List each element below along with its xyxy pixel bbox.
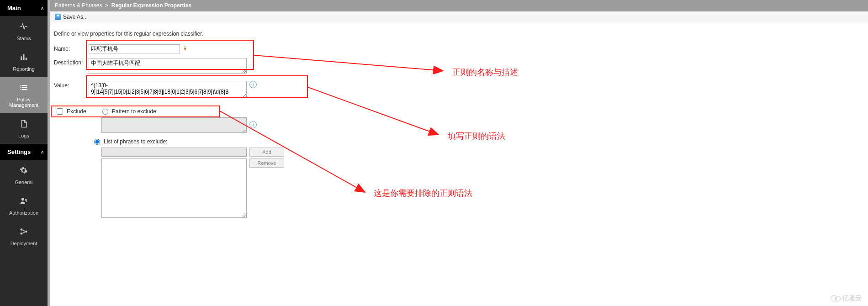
sidebar-item-label: Policy Management: [9, 97, 38, 108]
save-as-button[interactable]: Save As...: [53, 13, 90, 21]
sidebar-item-label: Status: [16, 36, 31, 41]
watermark-text: 亿速云: [842, 294, 862, 302]
watermark: 亿速云: [831, 294, 862, 302]
sidebar-item-authorization[interactable]: Authorization: [0, 190, 48, 221]
name-input[interactable]: [89, 44, 180, 53]
sidebar-main-label: Main: [7, 5, 21, 11]
chevron-up-icon: ∧: [41, 149, 44, 154]
toolbar: Save As...: [50, 11, 868, 23]
phrases-exclude-label: List of phrases to exclude:: [104, 138, 167, 145]
document-icon: [2, 120, 46, 130]
svg-rect-3: [21, 85, 21, 86]
annotation-text-1: 正则的名称与描述: [452, 67, 518, 78]
list-icon: [2, 84, 46, 94]
sidebar-item-label: Authorization: [9, 210, 38, 216]
name-label: Name:: [54, 44, 89, 52]
phrase-input: [101, 148, 247, 157]
info-icon[interactable]: i: [249, 121, 257, 128]
sidebar-settings-label: Settings: [7, 148, 31, 155]
breadcrumb-parent[interactable]: Patterns & Phrases: [55, 2, 102, 9]
sidebar-main-header[interactable]: Main ∧: [0, 0, 48, 16]
description-label: Description:: [54, 58, 89, 66]
person-key-icon: [2, 197, 46, 207]
value-label: Value:: [54, 81, 89, 89]
description-input[interactable]: [89, 58, 247, 74]
bar-chart-icon: [2, 53, 46, 63]
sidebar-item-label: General: [15, 179, 32, 185]
sidebar-settings-header[interactable]: Settings ∧: [0, 144, 48, 160]
phrases-exclude-radio[interactable]: [94, 139, 100, 145]
pattern-exclude-input: [101, 117, 247, 133]
sidebar-item-reporting[interactable]: Reporting: [0, 47, 48, 77]
cloud-icon: [831, 295, 841, 301]
info-icon[interactable]: i: [249, 81, 257, 88]
value-input[interactable]: [89, 81, 247, 98]
breadcrumb-sep: >: [105, 2, 108, 9]
deploy-icon: [2, 227, 46, 238]
svg-point-13: [25, 231, 27, 233]
svg-point-9: [21, 198, 24, 200]
svg-point-12: [21, 232, 23, 235]
sidebar-item-label: Reporting: [13, 66, 35, 72]
svg-rect-4: [22, 85, 27, 86]
svg-point-10: [25, 199, 26, 200]
pattern-exclude-label: Pattern to exclude:: [112, 108, 158, 115]
phrase-list: [101, 158, 247, 218]
remove-button: Remove: [249, 158, 284, 168]
main-panel: Patterns & Phrases > Regular Expression …: [50, 0, 868, 306]
annotation-text-2: 填写正则的语法: [448, 131, 505, 142]
sidebar-item-logs[interactable]: Logs: [0, 113, 48, 144]
intro-text: Define or view properties for this regul…: [54, 31, 868, 37]
save-icon: [55, 14, 61, 20]
svg-rect-6: [22, 87, 27, 88]
sidebar-item-general[interactable]: General: [0, 160, 48, 190]
svg-rect-8: [22, 89, 27, 90]
svg-rect-2: [26, 58, 27, 60]
sidebar: Main ∧ Status Reporting Policy Managemen…: [0, 0, 48, 306]
content-area: Define or view properties for this regul…: [50, 23, 868, 218]
exclude-label: Exclude:: [67, 108, 88, 115]
svg-rect-7: [21, 89, 21, 90]
edit-name-icon[interactable]: [181, 44, 189, 53]
svg-rect-0: [21, 57, 22, 60]
save-as-label: Save As...: [63, 14, 88, 20]
sidebar-item-deployment[interactable]: Deployment: [0, 221, 48, 252]
svg-point-11: [21, 228, 23, 231]
chevron-up-icon: ∧: [41, 5, 44, 11]
exclude-checkbox[interactable]: [57, 108, 63, 115]
breadcrumb-current: Regular Expression Properties: [111, 2, 191, 9]
pattern-exclude-radio[interactable]: [102, 109, 108, 115]
svg-rect-1: [23, 54, 25, 60]
gear-icon: [2, 166, 46, 177]
annotation-text-3: 这是你需要排除的正则语法: [374, 188, 472, 199]
sidebar-item-status[interactable]: Status: [0, 16, 48, 47]
breadcrumb: Patterns & Phrases > Regular Expression …: [50, 0, 868, 11]
sidebar-item-label: Deployment: [11, 241, 37, 246]
add-button: Add: [249, 148, 284, 157]
svg-rect-5: [21, 87, 21, 88]
sidebar-item-label: Logs: [18, 133, 29, 138]
sidebar-item-policy-management[interactable]: Policy Management: [0, 77, 48, 113]
pulse-icon: [2, 22, 46, 33]
